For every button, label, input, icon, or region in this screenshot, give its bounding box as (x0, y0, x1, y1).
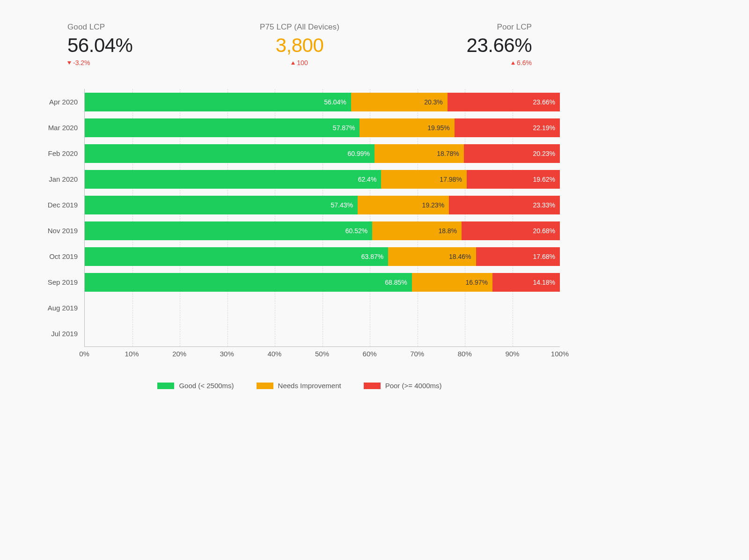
y-axis-label: Feb 2020 (39, 140, 84, 166)
y-axis-labels: Apr 2020Mar 2020Feb 2020Jan 2020Dec 2019… (39, 89, 84, 347)
stat-delta-text: 6.6% (517, 59, 532, 66)
x-axis: 0%10%20%30%40%50%60%70%80%90%100% (84, 347, 560, 360)
bar-segment-ni: 20.3% (351, 93, 448, 111)
stacked-bar: 68.85%16.97%14.18% (85, 273, 560, 292)
bar-segment-poor: 20.68% (462, 221, 560, 240)
stat-label: Poor LCP (497, 22, 532, 32)
legend: Good (< 2500ms) Needs Improvement Poor (… (39, 382, 560, 390)
chart-row: 60.99%18.78%20.23% (85, 140, 560, 166)
stat-delta-text: -3.2% (73, 59, 90, 66)
y-axis-label: Mar 2020 (39, 115, 84, 140)
y-axis-label: Sep 2019 (39, 269, 84, 295)
stacked-bar: 56.04%20.3%23.66% (85, 93, 560, 111)
x-axis-tick: 20% (172, 350, 186, 358)
swatch-red-icon (364, 383, 381, 389)
stacked-bar: 63.87%18.46%17.68% (85, 247, 560, 266)
y-axis-label: Dec 2019 (39, 192, 84, 218)
legend-label: Good (< 2500ms) (179, 382, 234, 390)
dashboard-panel: Good LCP 56.04% -3.2% P75 LCP (All Devic… (0, 0, 599, 448)
x-axis-tick: 90% (505, 350, 519, 358)
x-axis-tick: 60% (363, 350, 377, 358)
x-axis-tick: 70% (410, 350, 424, 358)
bar-segment-good: 56.04% (85, 93, 351, 111)
stat-poor-lcp: Poor LCP 23.66% 6.6% (467, 22, 532, 66)
chart-row: 57.43%19.23%23.33% (85, 192, 560, 218)
stacked-bar: 57.43%19.23%23.33% (85, 196, 560, 214)
legend-label: Poor (>= 4000ms) (385, 382, 442, 390)
stat-delta: 6.6% (511, 59, 532, 66)
stat-good-lcp: Good LCP 56.04% -3.2% (67, 22, 132, 66)
arrow-up-icon (511, 61, 515, 65)
stat-value: 56.04% (67, 35, 132, 56)
bar-segment-ni: 18.78% (374, 144, 464, 163)
swatch-orange-icon (257, 383, 273, 389)
bar-segment-good: 63.87% (85, 247, 388, 266)
stacked-bar: 62.4%17.98%19.62% (85, 170, 560, 189)
chart-row: 56.04%20.3%23.66% (85, 89, 560, 115)
x-axis-tick: 50% (315, 350, 329, 358)
x-axis-tick: 10% (125, 350, 139, 358)
chart-area: Apr 2020Mar 2020Feb 2020Jan 2020Dec 2019… (39, 89, 560, 347)
bar-segment-ni: 18.8% (372, 221, 462, 240)
chart-row: 60.52%18.8%20.68% (85, 218, 560, 243)
stat-value: 3,800 (276, 35, 324, 56)
legend-item-good: Good (< 2500ms) (157, 382, 234, 390)
bar-segment-poor: 20.23% (464, 144, 560, 163)
arrow-down-icon (67, 61, 71, 65)
x-axis-tick: 40% (267, 350, 281, 358)
bar-segment-good: 60.99% (85, 144, 374, 163)
stat-value: 23.66% (467, 35, 532, 56)
stat-delta: -3.2% (67, 59, 90, 66)
bar-segment-good: 60.52% (85, 221, 372, 240)
stat-delta-text: 100 (297, 59, 308, 66)
legend-item-poor: Poor (>= 4000ms) (364, 382, 442, 390)
y-axis-label: Aug 2019 (39, 295, 84, 321)
bar-segment-good: 62.4% (85, 170, 381, 189)
bar-segment-ni: 16.97% (412, 273, 492, 292)
stat-label: P75 LCP (All Devices) (260, 22, 339, 32)
bar-segment-ni: 19.95% (360, 118, 454, 137)
chart-row (85, 295, 560, 321)
bar-segment-poor: 23.33% (449, 196, 560, 214)
bar-segment-poor: 19.62% (467, 170, 560, 189)
stat-p75-lcp: P75 LCP (All Devices) 3,800 100 (260, 22, 339, 66)
x-axis-tick: 30% (220, 350, 234, 358)
arrow-up-icon (291, 61, 295, 65)
chart-row: 63.87%18.46%17.68% (85, 243, 560, 269)
bar-segment-ni: 18.46% (388, 247, 476, 266)
chart-row: 68.85%16.97%14.18% (85, 269, 560, 295)
stacked-bar: 60.52%18.8%20.68% (85, 221, 560, 240)
y-axis-label: Apr 2020 (39, 89, 84, 115)
swatch-good-icon (157, 383, 174, 389)
bar-segment-good: 68.85% (85, 273, 412, 292)
y-axis-label: Nov 2019 (39, 218, 84, 243)
stats-row: Good LCP 56.04% -3.2% P75 LCP (All Devic… (39, 22, 560, 66)
chart-row: 62.4%17.98%19.62% (85, 166, 560, 192)
bar-segment-poor: 22.19% (455, 118, 560, 137)
bar-segment-ni: 17.98% (381, 170, 466, 189)
bar-segment-poor: 17.68% (476, 247, 560, 266)
stat-delta: 100 (291, 59, 308, 66)
chart-row (85, 321, 560, 346)
bar-segment-poor: 14.18% (492, 273, 560, 292)
bar-segment-good: 57.87% (85, 118, 360, 137)
y-axis-label: Jul 2019 (39, 321, 84, 346)
bar-segment-poor: 23.66% (448, 93, 560, 111)
legend-label: Needs Improvement (278, 382, 341, 390)
chart-rows: 56.04%20.3%23.66%57.87%19.95%22.19%60.99… (85, 89, 560, 346)
x-axis-tick: 100% (551, 350, 569, 358)
plot-area: 56.04%20.3%23.66%57.87%19.95%22.19%60.99… (84, 89, 560, 347)
x-axis-tick: 0% (79, 350, 89, 358)
bar-segment-ni: 19.23% (358, 196, 449, 214)
stacked-bar: 60.99%18.78%20.23% (85, 144, 560, 163)
stat-label: Good LCP (67, 22, 105, 32)
chart-row: 57.87%19.95%22.19% (85, 115, 560, 140)
legend-item-needs-improvement: Needs Improvement (257, 382, 341, 390)
bar-segment-good: 57.43% (85, 196, 358, 214)
y-axis-label: Oct 2019 (39, 243, 84, 269)
y-axis-label: Jan 2020 (39, 166, 84, 192)
x-axis-tick: 80% (458, 350, 472, 358)
stacked-bar: 57.87%19.95%22.19% (85, 118, 560, 137)
